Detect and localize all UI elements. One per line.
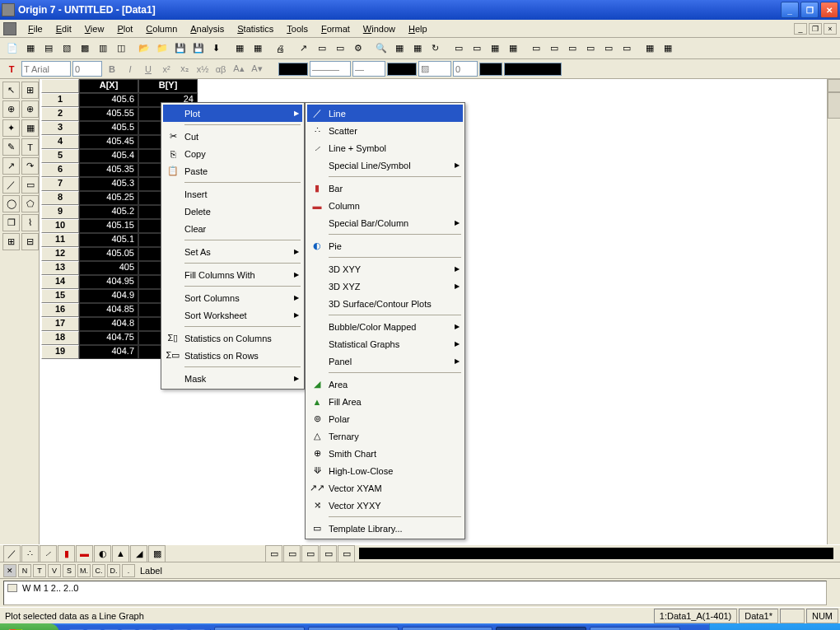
menu-item-special-line-symbol[interactable]: Special Line/Symbol <box>307 156 463 174</box>
cell[interactable]: 405.15 <box>79 219 138 233</box>
plot-linesym-icon[interactable]: ⟋ <box>40 545 57 562</box>
row-header[interactable]: 3 <box>41 121 79 135</box>
fill-color[interactable] <box>387 63 417 76</box>
col-a-header[interactable]: A[X] <box>79 79 138 93</box>
reader-tool[interactable]: ⊕ <box>2 100 20 118</box>
corner-header[interactable] <box>41 79 79 93</box>
cell[interactable]: 405.4 <box>79 149 138 163</box>
data-selector-tool[interactable]: ✦ <box>2 119 20 137</box>
t13[interactable]: ▦ <box>504 40 521 57</box>
menu-item-smith-chart[interactable]: ⊕Smith Chart <box>307 445 463 462</box>
cell[interactable]: 405.05 <box>79 247 138 261</box>
refresh-button[interactable]: ↻ <box>427 40 444 57</box>
italic-button[interactable]: I <box>122 61 138 77</box>
new-graph-button[interactable]: ▧ <box>58 40 75 57</box>
pb5[interactable]: ▭ <box>338 545 355 562</box>
menu-plot[interactable]: Plot <box>110 22 139 35</box>
plot-bar-icon[interactable]: ▮ <box>58 545 75 562</box>
menu-window[interactable]: Window <box>357 22 402 35</box>
menu-statistics[interactable]: Statistics <box>231 22 280 35</box>
new-notes-button[interactable]: ▥ <box>94 40 111 57</box>
menu-item-sort-columns[interactable]: Sort Columns <box>163 289 302 306</box>
cell[interactable]: 405.45 <box>79 135 138 149</box>
menu-item-mask[interactable]: Mask <box>163 370 302 387</box>
row-header[interactable]: 19 <box>41 345 79 359</box>
menu-item-ternary[interactable]: △Ternary <box>307 427 463 445</box>
text-tool[interactable]: T <box>21 138 39 156</box>
col-b-header[interactable]: B[Y] <box>138 79 198 93</box>
menu-item-paste[interactable]: 📋Paste <box>163 162 302 180</box>
menu-item-statistics-on-columns[interactable]: Σ▯Statistics on Columns <box>163 329 302 347</box>
open-template-button[interactable]: 📁 <box>153 40 170 57</box>
bg-color[interactable] <box>504 63 562 76</box>
cell[interactable]: 405.1 <box>79 233 138 247</box>
menu-item-area[interactable]: ◢Area <box>307 376 463 393</box>
menu-item-special-bar-column[interactable]: Special Bar/Column <box>307 214 463 231</box>
new-worksheet-button[interactable]: ▦ <box>21 40 39 57</box>
row-header[interactable]: 17 <box>41 317 79 331</box>
t16[interactable]: ▭ <box>563 40 581 57</box>
line-color[interactable] <box>278 63 308 76</box>
t6[interactable]: ⚙ <box>349 40 366 57</box>
t19[interactable]: ▭ <box>618 40 635 57</box>
underline-button[interactable]: U <box>140 61 156 77</box>
symbol-color[interactable] <box>479 63 502 76</box>
t3[interactable]: ↗ <box>295 40 312 57</box>
cell[interactable]: 405.2 <box>79 205 138 219</box>
row-header[interactable]: 9 <box>41 205 79 219</box>
labelbar-d[interactable]: D. <box>107 564 120 577</box>
save-template-button[interactable]: 💾 <box>189 40 207 57</box>
plot-line-icon[interactable]: ／ <box>3 545 21 562</box>
plot-wire-icon[interactable]: ▩ <box>148 545 166 562</box>
labelbar-c[interactable]: C. <box>92 564 105 577</box>
import-button[interactable]: ⬇ <box>208 40 225 57</box>
cell[interactable]: 404.75 <box>79 331 138 345</box>
pt-size[interactable]: 0 <box>453 61 478 77</box>
new-layout-button[interactable]: ◫ <box>112 40 129 57</box>
row-header[interactable]: 4 <box>41 135 79 149</box>
oval-tool[interactable]: ◯ <box>2 195 20 212</box>
t18[interactable]: ▭ <box>600 40 617 57</box>
close-button[interactable]: ✕ <box>820 2 838 18</box>
taskbar-button[interactable]: 7-8 - 记事本 <box>402 627 492 630</box>
taskbar-button[interactable]: Microsoft … <box>308 627 399 630</box>
menu-edit[interactable]: Edit <box>49 22 78 35</box>
menu-item-copy[interactable]: ⎘Copy <box>163 145 302 162</box>
save-button[interactable]: 💾 <box>171 40 189 57</box>
menu-item-panel[interactable]: Panel <box>307 352 463 370</box>
menu-item-pie[interactable]: ◐Pie <box>307 237 463 254</box>
cell[interactable]: 404.95 <box>79 275 138 289</box>
menu-item-template-library-[interactable]: ▭Template Library... <box>307 520 463 537</box>
t12[interactable]: ▦ <box>486 40 503 57</box>
t9[interactable]: ▦ <box>408 40 426 57</box>
row-header[interactable]: 16 <box>41 303 79 317</box>
cell[interactable]: 405.3 <box>79 177 138 191</box>
menu-item-bar[interactable]: ▮Bar <box>307 180 463 197</box>
greek-button[interactable]: αβ <box>212 61 229 77</box>
zoom-tool[interactable]: ⊞ <box>21 82 39 99</box>
menu-item-fill-columns-with[interactable]: Fill Columns With <box>163 266 302 283</box>
t11[interactable]: ▭ <box>468 40 485 57</box>
row-header[interactable]: 14 <box>41 275 79 289</box>
taskbar-button[interactable]: Origin 7 -… <box>496 627 586 630</box>
row-header[interactable]: 13 <box>41 261 79 275</box>
new-matrix-button[interactable]: ▩ <box>76 40 93 57</box>
screen-reader-tool[interactable]: ⊕ <box>21 100 39 118</box>
labelbar-t[interactable]: T <box>33 564 46 577</box>
row-header[interactable]: 11 <box>41 233 79 247</box>
pb3[interactable]: ▭ <box>301 545 319 562</box>
menu-item-set-as[interactable]: Set As <box>163 243 302 260</box>
menu-file[interactable]: File <box>21 22 49 35</box>
menu-item-plot[interactable]: Plot <box>163 105 302 122</box>
labelbar-s[interactable]: S <box>63 564 76 577</box>
line-style[interactable]: ——— <box>310 61 351 77</box>
menu-item-3d-xyy[interactable]: 3D XYY <box>307 260 463 278</box>
region-tool[interactable]: ❐ <box>2 214 20 231</box>
menu-view[interactable]: View <box>78 22 111 35</box>
plot-surface-icon[interactable]: ◢ <box>130 545 147 562</box>
cell[interactable]: 405 <box>79 261 138 275</box>
line-width[interactable]: — <box>352 61 385 77</box>
menu-help[interactable]: Help <box>402 22 434 35</box>
log-content[interactable]: W M 1 2.. 2..0 <box>3 581 827 605</box>
menu-item-insert[interactable]: Insert <box>163 185 302 203</box>
